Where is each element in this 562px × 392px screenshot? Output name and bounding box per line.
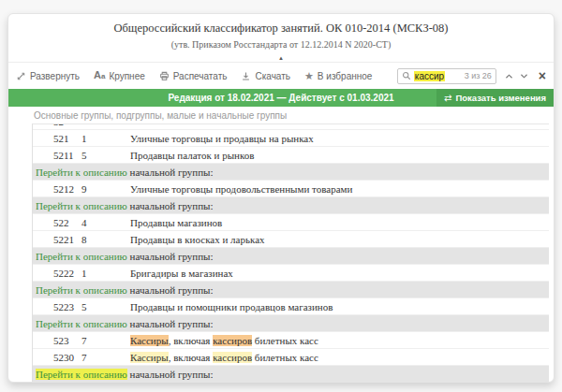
title-text: Продавцы палаток и рынков (130, 150, 254, 161)
download-button[interactable]: Скачать (241, 71, 290, 81)
goto-description-link[interactable]: Перейти к описанию (36, 200, 127, 211)
row-title: Бригадиры в магазинах (130, 265, 549, 281)
search-match-text: кассиров (213, 352, 252, 363)
description-band-row: Перейти к описанию начальной группы: (33, 164, 549, 181)
row-count: 7 (81, 332, 130, 348)
row-count: 7 (81, 349, 130, 365)
classifier-row: 5211Уличные торговцы и продавцы на рынка… (33, 130, 549, 147)
row-code: 5222 (33, 265, 81, 281)
classifier-row: 52235Продавцы и помощники продавцов мага… (33, 298, 549, 315)
font-size-button[interactable]: Aa Крупнее (94, 70, 145, 81)
search-navigation: × (505, 69, 546, 82)
printer-icon (159, 71, 170, 81)
page-title: Общероссийский классификатор занятий. ОК… (8, 22, 554, 36)
row-title: Уличные торговцы продовольственными това… (130, 181, 549, 196)
print-button[interactable]: Распечатать (159, 71, 228, 81)
goto-description-link[interactable]: Перейти к описанию (36, 167, 127, 178)
row-code: 5221 (33, 231, 81, 247)
classifier-row: 52218Продавцы в киосках и ларьках (33, 231, 549, 248)
search-icon (402, 67, 411, 84)
band-rest-text: начальной группы: (127, 369, 214, 380)
row-title: Продавцы в киосках и ларьках (130, 231, 549, 247)
title-text: , включая (169, 352, 214, 363)
row-code: 5211 (33, 147, 81, 163)
band-rest-text: начальной группы: (127, 200, 214, 211)
row-count: 5 (81, 298, 130, 314)
row-count: 1 (81, 265, 130, 281)
classifier-row: 52115Продавцы палаток и рынков (33, 147, 549, 164)
description-band-row: Перейти к описанию начальной группы: (33, 366, 549, 383)
description-band-row: Перейти к описанию начальной группы: (33, 315, 549, 332)
favorite-label: В избранное (318, 71, 373, 81)
show-changes-button[interactable]: ⇄ Показать изменения (436, 89, 554, 107)
title-text: Продавцы и помощники продавцов магазинов (130, 301, 333, 312)
expand-button[interactable]: Развернуть (16, 71, 80, 81)
search-match-text: Кассиры (130, 335, 169, 346)
goto-description-link[interactable]: Перейти к описанию (36, 284, 127, 296)
row-title: Продавцы и помощники продавцов магазинов (130, 298, 549, 314)
classifier-row: 5224Продавцы магазинов (33, 214, 549, 231)
row-count: 8 (81, 231, 130, 247)
classifier-row: 52129Уличные торговцы продовольственными… (33, 181, 549, 197)
toolbar: Развернуть Aa Крупнее Распечатать Скач (8, 62, 554, 89)
goto-description-link[interactable]: Перейти к описанию (36, 369, 127, 380)
row-code: 522 (33, 214, 81, 230)
description-band-row: Перейти к описанию начальной группы: (33, 248, 549, 265)
print-label: Распечатать (173, 71, 228, 81)
row-count: 4 (81, 214, 130, 230)
row-title: Продавцы магазинов (130, 214, 549, 230)
breadcrumb[interactable]: Основные группы, подгруппы, малые и нача… (8, 107, 554, 123)
band-rest-text: начальной группы: (127, 318, 214, 329)
title-text: билетных касс (252, 352, 318, 363)
download-icon (241, 71, 251, 81)
title-text: Продавцы в киосках и ларьках (130, 234, 265, 245)
band-rest-text: начальной группы: (127, 251, 214, 262)
description-band-row: Перейти к описанию начальной группы: (33, 282, 549, 298)
row-code: 5212 (33, 181, 81, 196)
title-text: Уличные торговцы продовольственными това… (130, 183, 352, 195)
classifier-row: 52307Кассиры, включая кассиров билетных … (33, 349, 549, 366)
next-match-button[interactable] (520, 73, 528, 80)
download-label: Скачать (255, 71, 290, 81)
classifier-table: 52Продавцы5211Уличные торговцы и продавц… (32, 123, 549, 383)
row-code: 5223 (33, 298, 81, 314)
goto-description-link[interactable]: Перейти к описанию (36, 318, 127, 329)
title-text: билетных касс (252, 335, 318, 346)
band-rest-text: начальной группы: (127, 284, 214, 296)
compare-icon: ⇄ (444, 93, 451, 103)
classifier-row: 5237Кассиры, включая кассиров билетных к… (33, 332, 549, 349)
page-subtitle: (утв. Приказом Росстандарта от 12.12.201… (8, 39, 554, 50)
font-size-label: Крупнее (109, 71, 144, 81)
row-code: 521 (33, 130, 81, 146)
expand-icon (16, 71, 26, 81)
star-icon: ★ (304, 71, 314, 81)
title-text: , включая (169, 335, 214, 346)
search-zone: кассир 3 из 26 × (397, 68, 546, 84)
row-title: Продавцы палаток и рынков (130, 147, 549, 163)
row-count: 1 (81, 130, 130, 146)
row-code: 5230 (33, 349, 81, 365)
title-text: Уличные торговцы и продавцы на рынках (130, 133, 314, 144)
previous-match-button[interactable] (505, 73, 513, 80)
title-text: Продавцы магазинов (130, 217, 222, 228)
close-search-icon[interactable]: × (539, 69, 546, 82)
row-title: Кассиры, включая кассиров билетных касс (130, 349, 549, 365)
revision-bar: Редакция от 18.02.2021 — Действует с 01.… (8, 89, 554, 107)
search-match-text: кассиров (213, 335, 252, 346)
search-match-text: Кассиры (130, 352, 169, 363)
goto-description-link[interactable]: Перейти к описанию (36, 251, 127, 262)
collapse-header-icon[interactable]: ▲ (8, 54, 554, 62)
search-query-text: кассир (414, 71, 445, 81)
row-title: Кассиры, включая кассиров билетных касс (130, 332, 549, 348)
show-changes-label: Показать изменения (455, 93, 546, 103)
row-count: 9 (81, 181, 130, 196)
search-input[interactable]: кассир 3 из 26 (397, 68, 496, 84)
font-size-icon: Aa (94, 70, 105, 81)
description-band-row: Перейти к описанию начальной группы: (33, 197, 549, 214)
classifier-row: 52221Бригадиры в магазинах (33, 265, 549, 282)
search-match-counter: 3 из 26 (465, 71, 492, 80)
favorite-button[interactable]: ★ В избранное (304, 71, 372, 81)
title-text: Бригадиры в магазинах (130, 268, 233, 279)
row-count: 5 (81, 147, 130, 163)
row-code: 523 (33, 332, 81, 348)
